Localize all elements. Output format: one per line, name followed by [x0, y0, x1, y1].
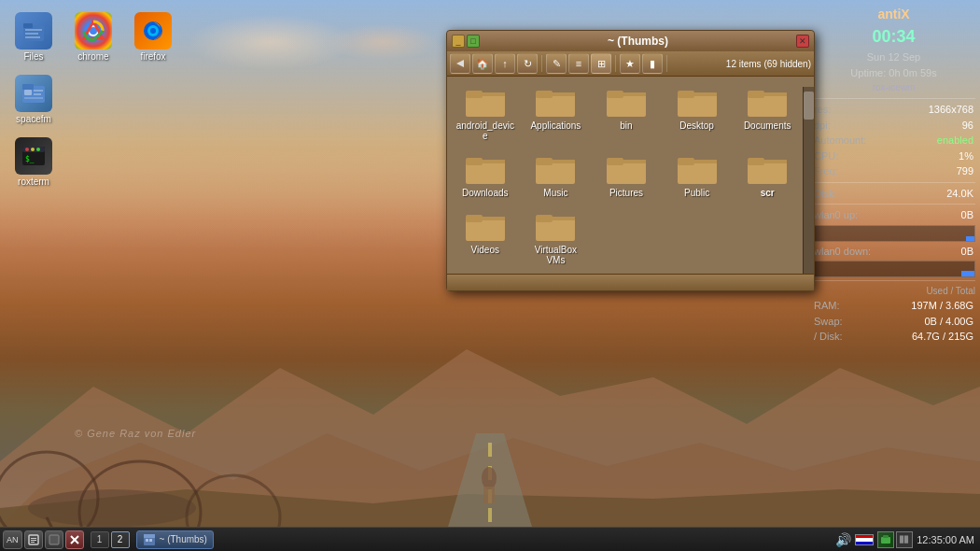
fm-up-button[interactable]: ↑	[495, 53, 515, 74]
workspace-1-button[interactable]: 1	[91, 531, 109, 548]
folder-downloads[interactable]: Downloads	[452, 148, 519, 202]
folder-videos[interactable]: Videos	[452, 205, 519, 269]
svg-rect-76	[536, 217, 575, 220]
wlan0-down-value: 0B	[961, 244, 973, 260]
svg-point-27	[150, 28, 156, 34]
wlan0-down-label: wlan0 down:	[814, 244, 871, 260]
fm-refresh-button[interactable]: ↻	[517, 53, 538, 74]
svg-point-15	[482, 467, 497, 489]
folder-icon	[466, 85, 505, 119]
svg-rect-89	[883, 535, 889, 538]
folder-scr[interactable]: scr	[734, 148, 801, 202]
folder-label: Applications	[530, 120, 581, 131]
folder-label: Documents	[744, 120, 791, 131]
spacefm-icon	[15, 75, 52, 112]
fm-close-button[interactable]: ✕	[796, 35, 809, 48]
svg-rect-87	[149, 539, 152, 542]
roxterm-icon: $_	[15, 137, 52, 175]
taskbar-clock: 12:35:00 AM	[917, 534, 974, 545]
svg-rect-20	[25, 33, 38, 35]
desktop-icon-roxterm[interactable]: $_ roxterm	[7, 134, 60, 190]
automount-label: Automount:	[814, 133, 866, 148]
chrome-icon	[75, 12, 112, 49]
fm-maximize-button[interactable]: □	[467, 35, 480, 48]
svg-rect-78	[31, 538, 36, 539]
folder-virtualbox-vms[interactable]: VirtualBox VMs	[523, 205, 590, 269]
language-flag[interactable]	[855, 534, 874, 545]
fm-scroll-thumb[interactable]	[804, 92, 814, 120]
fm-terminal-button[interactable]: ▮	[642, 53, 663, 74]
chrome-label: chrome	[77, 51, 108, 62]
folder-icon	[536, 85, 575, 119]
fm-toolbar: 🏠 ↑ ↻ ✎ ≡ ⊞ ★ ▮ 12 items (69 hidden)	[447, 51, 814, 77]
taskbar-sys-btn1[interactable]	[24, 530, 43, 549]
svg-point-8	[28, 489, 196, 527]
desktop-icon-firefox[interactable]: firefox	[127, 9, 179, 64]
volume-icon[interactable]: 🔊	[835, 532, 851, 547]
fm-home-button[interactable]: 🏠	[472, 53, 493, 74]
svg-rect-31	[34, 90, 43, 92]
svg-point-37	[31, 148, 35, 151]
svg-rect-70	[748, 160, 787, 163]
svg-rect-30	[24, 90, 32, 95]
folder-icon	[678, 152, 717, 186]
fm-bookmarks-button[interactable]: ★	[620, 53, 640, 74]
taskbar-window-thumbs[interactable]: ~ (Thumbs)	[136, 530, 214, 549]
window-title: ~ (Thumbs)	[160, 534, 207, 544]
taskbar-sys-btn3[interactable]	[65, 530, 84, 549]
svg-rect-88	[881, 537, 890, 544]
dpi-label: dpi:	[814, 118, 831, 134]
folder-public[interactable]: Public	[664, 148, 731, 202]
fm-window-controls: _ □	[452, 35, 480, 48]
folder-android-device[interactable]: android_device	[452, 81, 519, 145]
wlan0-up-label: wlan0 up:	[814, 207, 858, 223]
fm-titlebar: _ □ ~ (Thumbs) ✕	[447, 31, 814, 51]
fm-content: android_device Applications	[447, 77, 814, 274]
swap-label: Swap:	[814, 314, 843, 330]
svg-rect-67	[678, 160, 717, 163]
fm-status-bar	[447, 274, 814, 290]
firefox-icon	[134, 12, 172, 49]
folder-icon	[536, 209, 575, 243]
fm-view-button[interactable]: ≡	[568, 53, 589, 74]
folder-label: bin	[620, 120, 632, 131]
tray-block-2[interactable]: ▊▊	[896, 531, 913, 548]
folder-bin[interactable]: bin	[593, 81, 660, 145]
desktop-icon-chrome[interactable]: chrome	[67, 9, 119, 64]
svg-marker-40	[456, 60, 464, 67]
svg-rect-61	[536, 160, 575, 163]
desktop-icons: Files chrome	[7, 9, 179, 190]
desktop-icon-files[interactable]: Files	[7, 9, 60, 64]
fm-minimize-button[interactable]: _	[452, 35, 465, 48]
folder-icon	[536, 152, 575, 186]
folder-documents[interactable]: Documents	[734, 81, 801, 145]
fm-window-close: ✕	[796, 35, 809, 48]
sysinfo-wm: rox-icewm	[812, 80, 975, 94]
svg-rect-49	[607, 92, 646, 96]
cloud	[327, 23, 439, 61]
folder-desktop[interactable]: Desktop	[664, 81, 731, 145]
dpi-value: 96	[962, 118, 973, 134]
folder-label: android_device	[455, 120, 515, 141]
taskbar-sys-btn2[interactable]	[45, 530, 63, 549]
svg-rect-52	[678, 92, 717, 96]
tray-block-1[interactable]	[877, 531, 894, 548]
fm-scrollbar[interactable]	[803, 87, 814, 274]
folder-music[interactable]: Music	[523, 148, 590, 202]
app-menu-button[interactable]: AN	[3, 530, 22, 549]
fm-item-count: 12 items (69 hidden)	[726, 59, 811, 69]
svg-rect-32	[34, 93, 41, 95]
fm-edit-button[interactable]: ✎	[546, 53, 567, 74]
folder-label: scr	[761, 188, 775, 198]
svg-rect-4	[488, 443, 492, 457]
fm-thumbs-button[interactable]: ⊞	[591, 53, 611, 74]
fm-back-button[interactable]	[450, 53, 470, 74]
svg-rect-85	[144, 534, 155, 538]
svg-rect-81	[49, 535, 59, 544]
svg-point-36	[25, 148, 29, 151]
system-tray: ▊▊	[877, 531, 913, 548]
folder-applications[interactable]: Applications	[523, 81, 590, 145]
folder-pictures[interactable]: Pictures	[593, 148, 660, 202]
workspace-2-button[interactable]: 2	[111, 531, 130, 548]
desktop-icon-spacefm[interactable]: spacefm	[7, 72, 60, 127]
